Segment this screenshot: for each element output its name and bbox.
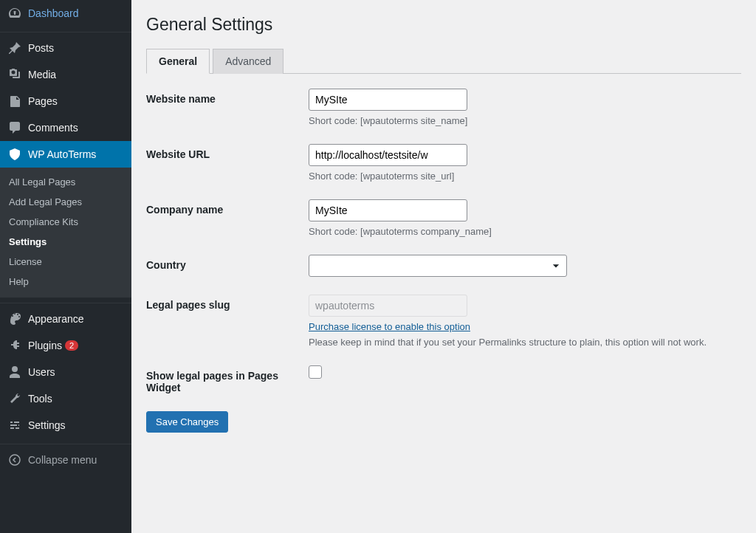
separator — [0, 441, 131, 444]
label: Users — [28, 366, 55, 378]
label: Appearance — [28, 313, 84, 325]
sidebar-item-pages[interactable]: Pages — [0, 88, 131, 114]
slug-note: Please keep in mind that if you set your… — [309, 337, 741, 348]
sidebar-item-comments[interactable]: Comments — [0, 114, 131, 141]
plugin-icon — [7, 338, 22, 353]
wrench-icon — [7, 391, 22, 406]
label-website-name: Website name — [146, 89, 309, 105]
settings-form: Website name Short code: [wpautoterms si… — [146, 89, 741, 433]
company-name-input[interactable] — [309, 199, 467, 221]
media-icon — [7, 67, 22, 82]
sidebar-item-media[interactable]: Media — [0, 61, 131, 88]
row-slug: Legal pages slug Purchase license to ena… — [146, 295, 741, 348]
company-name-shortcode: Short code: [wpautoterms company_name] — [309, 226, 741, 237]
label: Plugins — [28, 340, 62, 351]
sidebar-item-settings[interactable]: Settings — [0, 412, 131, 439]
shield-icon — [7, 147, 22, 162]
save-button[interactable]: Save Changes — [146, 411, 228, 433]
label-website-url: Website URL — [146, 144, 309, 160]
user-icon — [7, 365, 22, 379]
label: Collapse menu — [28, 454, 97, 466]
main-content: General Settings General Advanced Websit… — [131, 0, 756, 533]
svg-point-0 — [10, 455, 20, 465]
widget-checkbox[interactable] — [309, 365, 322, 379]
submenu-compliance-kits[interactable]: Compliance Kits — [0, 212, 131, 232]
row-website-url: Website URL Short code: [wpautoterms sit… — [146, 144, 741, 182]
country-select[interactable] — [309, 255, 567, 277]
website-url-shortcode: Short code: [wpautoterms site_url] — [309, 171, 741, 182]
admin-sidebar: Dashboard Posts Media Pages Comments WP … — [0, 0, 131, 533]
wpautoterms-submenu: All Legal Pages Add Legal Pages Complian… — [0, 168, 131, 298]
sidebar-item-plugins[interactable]: Plugins 2 — [0, 332, 131, 359]
label: Media — [28, 69, 56, 80]
sidebar-item-wpautoterms[interactable]: WP AutoTerms — [0, 141, 131, 168]
submenu-settings[interactable]: Settings — [0, 232, 131, 252]
row-website-name: Website name Short code: [wpautoterms si… — [146, 89, 741, 126]
label-widget: Show legal pages in Pages Widget — [146, 365, 309, 393]
row-company-name: Company name Short code: [wpautoterms co… — [146, 199, 741, 237]
submenu-all-legal-pages[interactable]: All Legal Pages — [0, 172, 131, 192]
collapse-icon — [7, 453, 22, 467]
label-slug: Legal pages slug — [146, 295, 309, 311]
separator — [0, 29, 131, 32]
page-title: General Settings — [146, 15, 741, 35]
tab-general[interactable]: General — [146, 49, 210, 74]
website-url-input[interactable] — [309, 144, 467, 166]
slug-input — [309, 295, 467, 317]
purchase-license-link[interactable]: Purchase license to enable this option — [309, 321, 470, 332]
label: Pages — [28, 95, 58, 107]
sidebar-item-collapse[interactable]: Collapse menu — [0, 447, 131, 473]
label: Posts — [28, 42, 54, 54]
update-badge: 2 — [65, 340, 78, 351]
sidebar-item-users[interactable]: Users — [0, 359, 131, 385]
sidebar-item-posts[interactable]: Posts — [0, 35, 131, 61]
separator — [0, 300, 131, 303]
pin-icon — [7, 41, 22, 55]
website-name-input[interactable] — [309, 89, 467, 111]
label: WP AutoTerms — [28, 148, 96, 160]
label: Tools — [28, 393, 52, 405]
row-country: Country — [146, 255, 741, 277]
dashboard-icon — [7, 6, 22, 21]
submenu-license[interactable]: License — [0, 252, 131, 272]
brush-icon — [7, 312, 22, 326]
tab-wrapper: General Advanced — [146, 48, 741, 74]
sliders-icon — [7, 418, 22, 433]
tab-advanced[interactable]: Advanced — [213, 49, 284, 74]
comment-icon — [7, 120, 22, 135]
submenu-add-legal-pages[interactable]: Add Legal Pages — [0, 192, 131, 212]
label-country: Country — [146, 255, 309, 271]
label: Dashboard — [28, 7, 79, 19]
label-company-name: Company name — [146, 199, 309, 216]
label: Settings — [28, 419, 66, 431]
pages-icon — [7, 94, 22, 109]
sidebar-item-appearance[interactable]: Appearance — [0, 306, 131, 332]
sidebar-item-tools[interactable]: Tools — [0, 385, 131, 412]
row-widget: Show legal pages in Pages Widget — [146, 365, 741, 393]
label: Comments — [28, 122, 78, 134]
website-name-shortcode: Short code: [wpautoterms site_name] — [309, 115, 741, 126]
submenu-help[interactable]: Help — [0, 272, 131, 292]
sidebar-item-dashboard[interactable]: Dashboard — [0, 0, 131, 27]
